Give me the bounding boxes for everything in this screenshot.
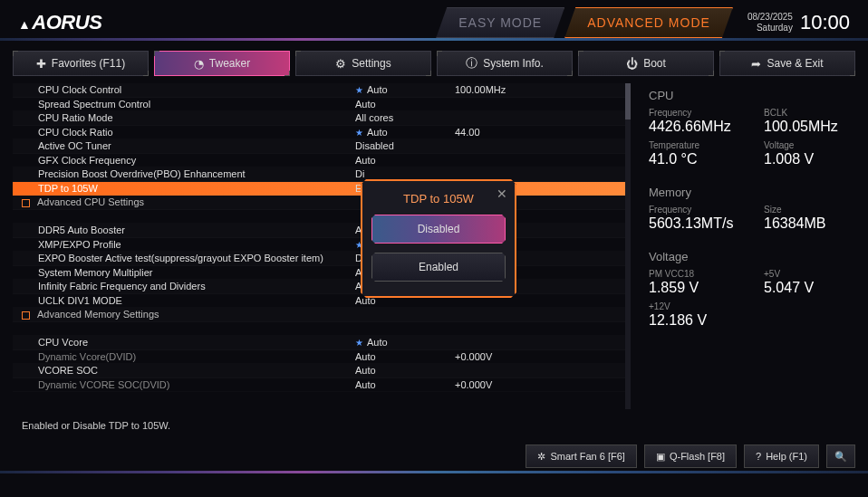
setting-label: Advanced CPU Settings <box>38 196 355 207</box>
scrollbar[interactable] <box>625 83 631 409</box>
memory-section-title: Memory <box>649 186 852 199</box>
setting-row[interactable]: EXPO Booster Active test(suppress/grayou… <box>13 252 631 266</box>
setting-value: Auto <box>355 351 455 362</box>
setting-label: CPU Ratio Mode <box>38 112 355 123</box>
setting-label: CPU Clock Control <box>38 84 355 95</box>
setting-label: DDR5 Auto Booster <box>38 225 355 235</box>
qflash-button[interactable]: ▣Q-Flash [F8] <box>644 444 737 468</box>
setting-label: Dynamic Vcore(DVID) <box>38 351 355 362</box>
p5v-value: 5.047 V <box>764 280 852 296</box>
setting-label: UCLK DIV1 MODE <box>38 295 355 306</box>
pm-label: PM VCC18 <box>649 269 737 279</box>
help-button[interactable]: ?Help (F1) <box>744 444 819 468</box>
setting-value: All cores <box>355 112 455 123</box>
boot-tab[interactable]: ⏻Boot <box>578 51 714 76</box>
setting-row[interactable]: System Memory MultiplierA <box>13 266 631 281</box>
setting-row[interactable]: UCLK DIV1 MODEAuto <box>13 294 631 309</box>
exit-icon: ➦ <box>751 57 761 71</box>
settings-tab[interactable]: ⚙Settings <box>295 51 431 76</box>
setting-row[interactable]: Spread Spectrum ControlAuto <box>13 98 631 112</box>
save-exit-tab[interactable]: ➦Save & Exit <box>719 51 855 76</box>
setting-row[interactable]: VCORE SOCAuto <box>13 364 631 378</box>
setting-row[interactable]: CPU Clock Ratio★Auto44.00 <box>13 126 631 140</box>
bclk-value: 100.05MHz <box>764 119 852 135</box>
setting-label: TDP to 105W <box>38 183 355 194</box>
star-icon: ★ <box>355 85 363 95</box>
help-text: Enabled or Disable TDP to 105W. <box>0 409 868 442</box>
enabled-option[interactable]: Enabled <box>371 253 506 282</box>
setting-extra: +0.000V <box>455 379 492 390</box>
fan-icon: ✲ <box>537 451 545 463</box>
search-button[interactable]: 🔍 <box>826 444 855 468</box>
tweaker-tab[interactable]: ◔Tweaker <box>154 51 290 76</box>
setting-row[interactable]: CPU Clock Control★Auto100.00MHz <box>13 83 631 98</box>
cpu-temp-value: 41.0 °C <box>649 151 737 167</box>
help-icon: ? <box>756 451 761 462</box>
setting-row[interactable]: Precision Boost Overdrive(PBO) Enhanceme… <box>13 167 631 182</box>
disabled-option[interactable]: Disabled <box>371 215 506 244</box>
setting-label: XMP/EXPO Profile <box>38 239 355 250</box>
cpu-temp-label: Temperature <box>649 140 737 150</box>
setting-label: Spread Spectrum Control <box>38 99 355 110</box>
setting-row[interactable]: Active OC TunerDisabled <box>13 139 631 154</box>
p5v-label: +5V <box>764 269 852 279</box>
setting-extra: +0.000V <box>455 351 492 362</box>
setting-row[interactable]: DDR5 Auto BoosterA <box>13 224 631 238</box>
setting-row[interactable]: Advanced Memory Settings <box>13 308 631 322</box>
gear-icon: ⚙ <box>335 57 346 71</box>
p12v-label: +12V <box>649 301 737 311</box>
setting-label: EXPO Booster Active test(suppress/grayou… <box>38 253 355 263</box>
setting-row[interactable] <box>13 322 631 337</box>
setting-row[interactable]: Advanced CPU Settings <box>13 196 631 210</box>
setting-value: Auto <box>355 99 455 110</box>
cpu-freq-value: 4426.66MHz <box>649 119 737 135</box>
setting-label: Precision Boost Overdrive(PBO) Enhanceme… <box>38 168 355 179</box>
setting-row[interactable]: Dynamic VCORE SOC(DVID)Auto+0.000V <box>13 378 631 393</box>
info-sidebar: CPU Frequency 4426.66MHz Temperature 41.… <box>645 83 855 409</box>
setting-value: Di <box>355 168 455 179</box>
favorites-tab[interactable]: ✚Favorites (F11) <box>13 51 149 76</box>
bclk-label: BCLK <box>764 108 852 118</box>
system-info-tab[interactable]: ⓘSystem Info. <box>437 51 573 76</box>
p12v-value: 12.186 V <box>649 312 737 329</box>
mem-freq-value: 5603.13MT/s <box>649 215 737 232</box>
setting-label: CPU Clock Ratio <box>38 127 355 138</box>
cpu-volt-label: Voltage <box>764 140 852 150</box>
cpu-section-title: CPU <box>649 89 852 102</box>
setting-row[interactable] <box>13 210 631 225</box>
setting-value: ★Auto <box>355 337 455 348</box>
setting-row[interactable]: Infinity Fabric Frequency and DividersAu… <box>13 280 631 294</box>
mem-freq-label: Frequency <box>649 205 737 215</box>
flash-icon: ▣ <box>656 451 665 463</box>
smart-fan-button[interactable]: ✲Smart Fan 6 [F6] <box>526 444 637 468</box>
modal-title: TDP to 105W <box>362 181 515 215</box>
setting-row[interactable]: CPU Vcore★Auto <box>13 336 631 350</box>
setting-row[interactable]: Dynamic Vcore(DVID)Auto+0.000V <box>13 350 631 365</box>
advanced-mode-tab[interactable]: ADVANCED MODE <box>564 7 733 38</box>
setting-label: System Memory Multiplier <box>38 267 355 278</box>
easy-mode-tab[interactable]: EASY MODE <box>436 7 564 38</box>
setting-label: VCORE SOC <box>38 365 355 376</box>
setting-value: Auto <box>355 379 455 390</box>
setting-value: Disabled <box>355 140 455 151</box>
mem-size-label: Size <box>764 205 852 215</box>
close-icon[interactable]: ✕ <box>497 186 507 201</box>
setting-row[interactable]: GFX Clock FrequencyAuto <box>13 154 631 168</box>
setting-label: GFX Clock Frequency <box>38 155 355 166</box>
setting-row[interactable]: XMP/EXPO Profile★D <box>13 238 631 253</box>
setting-label: CPU Vcore <box>38 337 355 348</box>
cpu-freq-label: Frequency <box>649 108 737 118</box>
setting-value: ★Auto <box>355 84 455 95</box>
mem-size-value: 16384MB <box>764 215 852 232</box>
scrollbar-thumb[interactable] <box>625 83 631 119</box>
setting-label: Infinity Fabric Frequency and Dividers <box>38 281 355 292</box>
voltage-section-title: Voltage <box>649 250 852 263</box>
clock: 08/23/2025Saturday <box>747 12 793 33</box>
setting-row[interactable]: CPU Ratio ModeAll cores <box>13 111 631 126</box>
setting-row[interactable]: TDP to 105WE <box>13 182 631 196</box>
gauge-icon: ◔ <box>194 57 204 71</box>
cpu-volt-value: 1.008 V <box>764 151 852 167</box>
tdp-modal: ✕ TDP to 105W Disabled Enabled <box>361 179 516 298</box>
star-icon: ★ <box>355 338 363 348</box>
setting-label: Advanced Memory Settings <box>38 309 355 320</box>
